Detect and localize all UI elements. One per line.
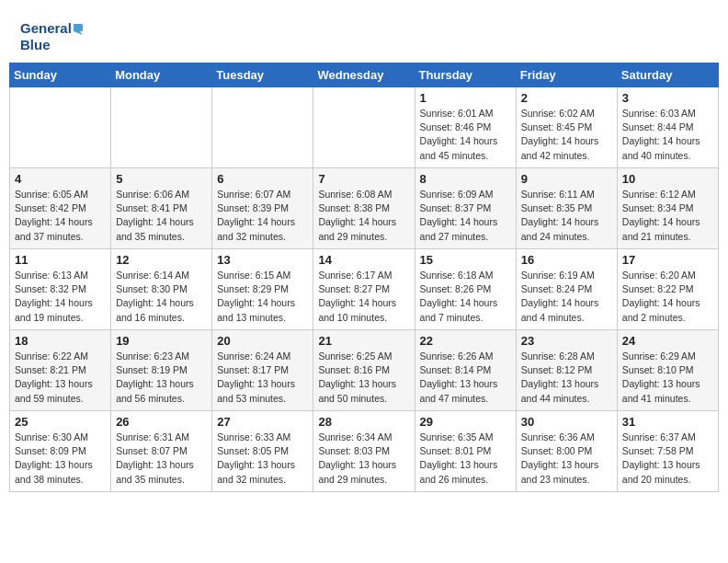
day-number: 9 [521,172,612,186]
calendar-table: SundayMondayTuesdayWednesdayThursdayFrid… [9,63,719,492]
calendar-day-cell: 26Sunrise: 6:31 AM Sunset: 8:07 PM Dayli… [111,411,212,492]
calendar-day-cell: 19Sunrise: 6:23 AM Sunset: 8:19 PM Dayli… [111,330,212,411]
day-number: 7 [318,172,409,186]
day-number: 12 [116,253,207,267]
day-of-week-header: Monday [111,63,212,87]
day-info: Sunrise: 6:35 AM Sunset: 8:01 PM Dayligh… [420,431,511,487]
day-info: Sunrise: 6:18 AM Sunset: 8:26 PM Dayligh… [420,269,511,325]
day-info: Sunrise: 6:34 AM Sunset: 8:03 PM Dayligh… [318,431,409,487]
day-info: Sunrise: 6:20 AM Sunset: 8:22 PM Dayligh… [622,269,713,325]
calendar-day-cell: 4Sunrise: 6:05 AM Sunset: 8:42 PM Daylig… [10,168,111,249]
calendar-day-cell: 1Sunrise: 6:01 AM Sunset: 8:46 PM Daylig… [415,87,516,168]
calendar-day-cell: 24Sunrise: 6:29 AM Sunset: 8:10 PM Dayli… [617,330,718,411]
calendar-week-row: 4Sunrise: 6:05 AM Sunset: 8:42 PM Daylig… [10,168,719,249]
calendar-day-cell: 9Sunrise: 6:11 AM Sunset: 8:35 PM Daylig… [516,168,617,249]
calendar-day-cell [111,87,212,168]
day-info: Sunrise: 6:26 AM Sunset: 8:14 PM Dayligh… [420,350,511,406]
day-info: Sunrise: 6:06 AM Sunset: 8:41 PM Dayligh… [116,188,207,244]
day-info: Sunrise: 6:12 AM Sunset: 8:34 PM Dayligh… [622,188,713,244]
day-number: 13 [217,253,308,267]
calendar-day-cell [10,87,111,168]
day-info: Sunrise: 6:03 AM Sunset: 8:44 PM Dayligh… [622,107,713,163]
calendar-day-cell: 22Sunrise: 6:26 AM Sunset: 8:14 PM Dayli… [415,330,516,411]
day-info: Sunrise: 6:09 AM Sunset: 8:37 PM Dayligh… [420,188,511,244]
day-number: 11 [15,253,106,267]
calendar-day-cell: 13Sunrise: 6:15 AM Sunset: 8:29 PM Dayli… [212,249,313,330]
calendar-day-cell: 3Sunrise: 6:03 AM Sunset: 8:44 PM Daylig… [617,87,718,168]
calendar-week-row: 1Sunrise: 6:01 AM Sunset: 8:46 PM Daylig… [10,87,719,168]
day-info: Sunrise: 6:13 AM Sunset: 8:32 PM Dayligh… [15,269,106,325]
day-info: Sunrise: 6:02 AM Sunset: 8:45 PM Dayligh… [521,107,612,163]
calendar-week-row: 25Sunrise: 6:30 AM Sunset: 8:09 PM Dayli… [10,411,719,492]
day-info: Sunrise: 6:29 AM Sunset: 8:10 PM Dayligh… [622,350,713,406]
day-number: 23 [521,334,612,348]
calendar-container: SundayMondayTuesdayWednesdayThursdayFrid… [0,63,728,501]
day-number: 27 [217,415,308,429]
calendar-week-row: 11Sunrise: 6:13 AM Sunset: 8:32 PM Dayli… [10,249,719,330]
calendar-day-cell: 17Sunrise: 6:20 AM Sunset: 8:22 PM Dayli… [617,249,718,330]
calendar-day-cell: 14Sunrise: 6:17 AM Sunset: 8:27 PM Dayli… [313,249,415,330]
day-info: Sunrise: 6:17 AM Sunset: 8:27 PM Dayligh… [318,269,409,325]
calendar-day-cell: 15Sunrise: 6:18 AM Sunset: 8:26 PM Dayli… [415,249,516,330]
day-info: Sunrise: 6:19 AM Sunset: 8:24 PM Dayligh… [521,269,612,325]
calendar-day-cell [313,87,415,168]
day-info: Sunrise: 6:30 AM Sunset: 8:09 PM Dayligh… [15,431,106,487]
calendar-day-cell: 25Sunrise: 6:30 AM Sunset: 8:09 PM Dayli… [10,411,111,492]
day-info: Sunrise: 6:01 AM Sunset: 8:46 PM Dayligh… [420,107,511,163]
calendar-day-cell: 28Sunrise: 6:34 AM Sunset: 8:03 PM Dayli… [313,411,415,492]
calendar-day-cell: 18Sunrise: 6:22 AM Sunset: 8:21 PM Dayli… [10,330,111,411]
calendar-day-cell: 2Sunrise: 6:02 AM Sunset: 8:45 PM Daylig… [516,87,617,168]
svg-text:Blue: Blue [20,37,51,52]
calendar-day-cell: 31Sunrise: 6:37 AM Sunset: 7:58 PM Dayli… [617,411,718,492]
day-number: 22 [420,334,511,348]
calendar-day-cell: 16Sunrise: 6:19 AM Sunset: 8:24 PM Dayli… [516,249,617,330]
calendar-day-cell: 20Sunrise: 6:24 AM Sunset: 8:17 PM Dayli… [212,330,313,411]
day-number: 1 [420,91,511,105]
day-of-week-header: Wednesday [313,63,415,87]
day-number: 14 [318,253,409,267]
day-info: Sunrise: 6:08 AM Sunset: 8:38 PM Dayligh… [318,188,409,244]
day-number: 2 [521,91,612,105]
day-info: Sunrise: 6:11 AM Sunset: 8:35 PM Dayligh… [521,188,612,244]
calendar-day-cell: 8Sunrise: 6:09 AM Sunset: 8:37 PM Daylig… [415,168,516,249]
day-info: Sunrise: 6:33 AM Sunset: 8:05 PM Dayligh… [217,431,308,487]
calendar-day-cell: 6Sunrise: 6:07 AM Sunset: 8:39 PM Daylig… [212,168,313,249]
calendar-day-cell: 21Sunrise: 6:25 AM Sunset: 8:16 PM Dayli… [313,330,415,411]
day-of-week-header: Sunday [10,63,111,87]
calendar-day-cell [212,87,313,168]
day-info: Sunrise: 6:24 AM Sunset: 8:17 PM Dayligh… [217,350,308,406]
day-info: Sunrise: 6:14 AM Sunset: 8:30 PM Dayligh… [116,269,207,325]
day-number: 21 [318,334,409,348]
calendar-day-cell: 11Sunrise: 6:13 AM Sunset: 8:32 PM Dayli… [10,249,111,330]
day-number: 8 [420,172,511,186]
day-number: 31 [622,415,713,429]
calendar-day-cell: 30Sunrise: 6:36 AM Sunset: 8:00 PM Dayli… [516,411,617,492]
logo: General Blue [18,15,83,55]
calendar-header-row: SundayMondayTuesdayWednesdayThursdayFrid… [10,63,719,87]
day-number: 29 [420,415,511,429]
day-info: Sunrise: 6:22 AM Sunset: 8:21 PM Dayligh… [15,350,106,406]
day-number: 6 [217,172,308,186]
day-number: 19 [116,334,207,348]
day-number: 16 [521,253,612,267]
day-of-week-header: Saturday [617,63,718,87]
day-number: 4 [15,172,106,186]
calendar-day-cell: 27Sunrise: 6:33 AM Sunset: 8:05 PM Dayli… [212,411,313,492]
day-number: 30 [521,415,612,429]
svg-text:General: General [20,20,72,36]
calendar-day-cell: 23Sunrise: 6:28 AM Sunset: 8:12 PM Dayli… [516,330,617,411]
day-info: Sunrise: 6:15 AM Sunset: 8:29 PM Dayligh… [217,269,308,325]
day-number: 17 [622,253,713,267]
day-number: 24 [622,334,713,348]
day-of-week-header: Friday [516,63,617,87]
calendar-day-cell: 7Sunrise: 6:08 AM Sunset: 8:38 PM Daylig… [313,168,415,249]
page-header: General Blue [0,0,728,63]
day-number: 5 [116,172,207,186]
day-info: Sunrise: 6:05 AM Sunset: 8:42 PM Dayligh… [15,188,106,244]
calendar-day-cell: 5Sunrise: 6:06 AM Sunset: 8:41 PM Daylig… [111,168,212,249]
day-number: 18 [15,334,106,348]
day-number: 20 [217,334,308,348]
day-info: Sunrise: 6:37 AM Sunset: 7:58 PM Dayligh… [622,431,713,487]
svg-rect-3 [74,24,83,31]
calendar-week-row: 18Sunrise: 6:22 AM Sunset: 8:21 PM Dayli… [10,330,719,411]
